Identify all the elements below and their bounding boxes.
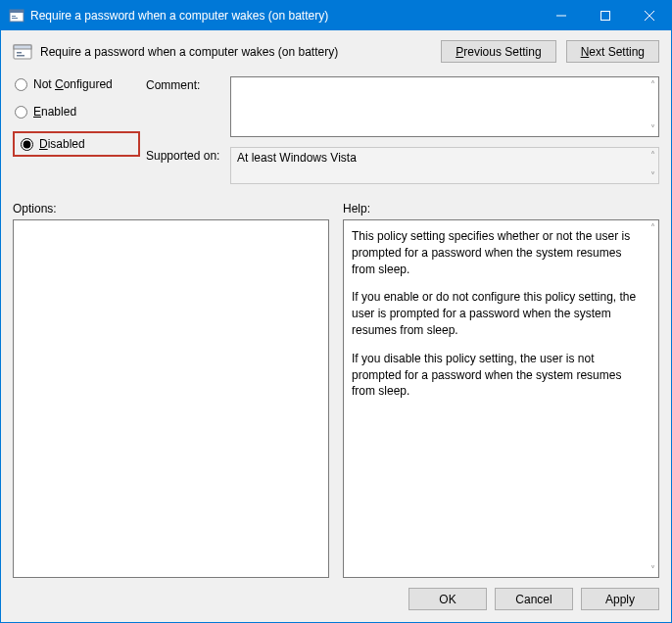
- radio-not-configured[interactable]: Not Configured: [13, 76, 140, 92]
- radio-enabled[interactable]: Enabled: [13, 104, 140, 120]
- radio-disabled-input[interactable]: [21, 138, 33, 151]
- svg-rect-6: [14, 45, 31, 49]
- help-label: Help:: [343, 202, 659, 216]
- comment-label: Comment:: [146, 76, 224, 92]
- svg-rect-3: [12, 18, 18, 19]
- radio-not-configured-input[interactable]: [15, 78, 27, 91]
- apply-button[interactable]: Apply: [581, 588, 659, 610]
- options-label: Options:: [13, 202, 329, 216]
- policy-dialog: Require a password when a computer wakes…: [0, 0, 672, 623]
- window-title: Require a password when a computer wakes…: [30, 9, 539, 23]
- dialog-footer: OK Cancel Apply: [13, 578, 659, 610]
- ok-button[interactable]: OK: [408, 588, 487, 610]
- policy-title: Require a password when a computer wakes…: [40, 45, 338, 59]
- svg-rect-8: [17, 55, 24, 57]
- scroll-up-icon: ˄: [650, 222, 655, 233]
- radio-disabled[interactable]: Disabled: [19, 136, 87, 152]
- cancel-button[interactable]: Cancel: [495, 588, 573, 610]
- svg-rect-4: [600, 12, 609, 21]
- close-button[interactable]: [627, 1, 671, 30]
- options-pane: [13, 219, 329, 578]
- supported-label: Supported on:: [146, 147, 224, 163]
- highlight-disabled: Disabled: [13, 131, 140, 157]
- svg-rect-7: [17, 52, 22, 54]
- scroll-up-icon: ˄: [650, 150, 655, 161]
- help-paragraph: This policy setting specifies whether or…: [352, 228, 641, 277]
- minimize-button[interactable]: [539, 1, 583, 30]
- scroll-up-icon: ˄: [650, 79, 655, 90]
- svg-rect-2: [12, 16, 16, 17]
- policy-icon: [13, 42, 32, 62]
- supported-on-value: At least Windows Vista: [237, 151, 357, 165]
- policy-window-icon: [9, 8, 24, 24]
- comment-textarea[interactable]: ˄ ˅: [230, 76, 659, 137]
- titlebar: Require a password when a computer wakes…: [1, 1, 671, 30]
- scroll-down-icon: ˅: [650, 564, 655, 575]
- maximize-button[interactable]: [583, 1, 627, 30]
- svg-rect-1: [10, 10, 24, 13]
- previous-setting-button[interactable]: Previous Setting: [441, 40, 555, 63]
- help-paragraph: If you disable this policy setting, the …: [352, 351, 641, 400]
- help-pane: This policy setting specifies whether or…: [343, 219, 659, 578]
- next-setting-button[interactable]: Next Setting: [566, 40, 659, 63]
- radio-enabled-input[interactable]: [15, 106, 27, 119]
- scroll-down-icon: ˅: [650, 170, 655, 181]
- help-paragraph: If you enable or do not configure this p…: [352, 289, 641, 338]
- scroll-down-icon: ˅: [650, 123, 655, 134]
- supported-on-box: At least Windows Vista ˄ ˅: [230, 147, 659, 184]
- state-radio-group: Not Configured Enabled Disabled: [13, 76, 140, 157]
